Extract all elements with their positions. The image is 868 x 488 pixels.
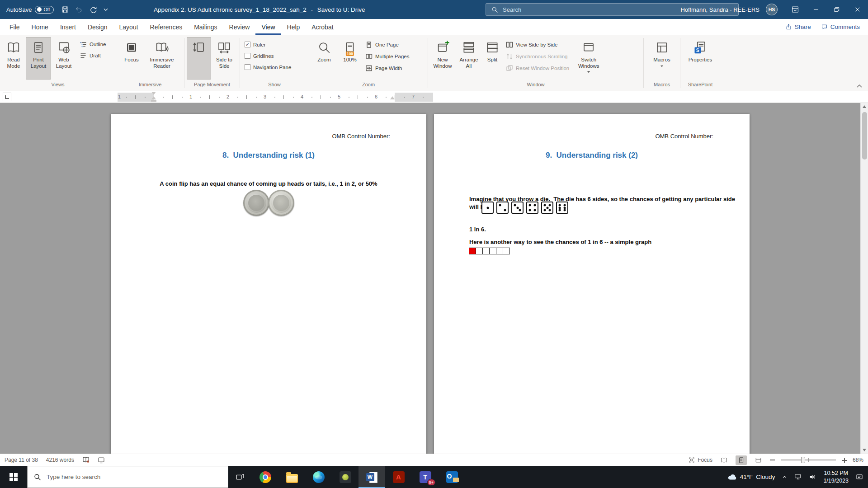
right-indent-marker[interactable] [390, 96, 395, 99]
tab-selector[interactable] [3, 93, 11, 101]
display-settings-icon[interactable] [98, 456, 105, 464]
ruler-number: 2 [226, 94, 229, 99]
one-page-button[interactable]: One Page [364, 40, 410, 49]
restore-button[interactable] [826, 0, 847, 19]
start-button[interactable] [0, 466, 27, 488]
focus-button[interactable]: Focus [120, 37, 143, 80]
status-read-mode-icon[interactable] [718, 455, 730, 465]
switch-windows-button[interactable]: Switch Windows [572, 37, 605, 80]
multiple-pages-button[interactable]: Multiple Pages [364, 52, 410, 61]
tab-review[interactable]: Review [223, 19, 256, 35]
redo-button[interactable] [89, 5, 97, 14]
zoom-slider-thumb[interactable] [801, 457, 805, 463]
page-width-button[interactable]: Page Width [364, 64, 410, 73]
arrange-all-button[interactable]: Arrange All [456, 37, 482, 80]
tab-acrobat[interactable]: Acrobat [306, 19, 339, 35]
tab-design[interactable]: Design [82, 19, 113, 35]
notification-center-icon[interactable] [855, 473, 863, 481]
zoom-percentage[interactable]: 68% [853, 457, 863, 463]
account-name[interactable]: Hoffmann, Sandra - REE-ERS [680, 6, 760, 13]
document-page-8[interactable]: OMB Control Number: 8. Understanding ris… [111, 114, 426, 454]
ruler-scale[interactable]: 11234567 [118, 93, 433, 102]
gridlines-checkbox[interactable]: Gridlines [243, 52, 292, 60]
tab-help[interactable]: Help [281, 19, 306, 35]
print-layout-button[interactable]: Print Layout [26, 37, 51, 80]
ribbon-display-options-icon[interactable] [785, 0, 806, 19]
show-group: Ruler Gridlines Navigation Pane Show [240, 35, 309, 91]
read-mode-button[interactable]: Read Mode [1, 37, 26, 80]
close-button[interactable] [847, 0, 868, 19]
vertical-scrollbar[interactable] [860, 103, 868, 454]
vertical-button[interactable] [187, 37, 211, 80]
ruler-checkbox[interactable]: Ruler [243, 41, 292, 48]
first-line-indent-marker[interactable] [151, 92, 156, 95]
macros-button[interactable]: Macros [649, 37, 675, 80]
zoom-button[interactable]: Zoom [311, 37, 338, 80]
status-web-layout-icon[interactable] [753, 455, 764, 465]
word-icon[interactable] [359, 466, 385, 488]
tab-mailings[interactable]: Mailings [188, 19, 223, 35]
immersive-reader-button[interactable]: Immersive Reader [143, 37, 180, 80]
chrome-icon[interactable] [252, 466, 278, 488]
tab-view[interactable]: View [255, 19, 281, 35]
outlook-icon[interactable] [439, 466, 465, 488]
teams-icon[interactable]: 9+ [412, 466, 439, 488]
scrollbar-thumb[interactable] [862, 112, 867, 160]
undo-button[interactable] [75, 5, 83, 14]
view-side-by-side-button[interactable]: View Side by Side [505, 40, 571, 49]
acrobat-icon[interactable] [385, 466, 412, 488]
web-layout-button[interactable]: Web Layout [51, 37, 76, 80]
volume-icon[interactable] [809, 473, 816, 481]
task-view-icon[interactable] [228, 466, 252, 488]
tray-expand-icon[interactable] [782, 474, 788, 480]
new-window-button[interactable]: New Window [429, 37, 456, 80]
page-width-icon [365, 65, 373, 72]
customize-quick-access-icon[interactable] [103, 7, 108, 12]
ruler-number: 3 [264, 94, 266, 99]
spellcheck-status-icon[interactable] [82, 456, 90, 464]
zoom-100-button[interactable]: 100 100% [338, 37, 362, 80]
outline-button[interactable]: Outline [78, 40, 107, 49]
side-to-side-button[interactable]: Side to Side [211, 37, 237, 80]
zoom-in-button[interactable] [842, 458, 847, 463]
properties-button[interactable]: S Properties [685, 37, 716, 80]
save-button[interactable] [61, 5, 69, 14]
taskbar-search-input[interactable] [47, 474, 222, 480]
draft-button[interactable]: Draft [78, 51, 107, 60]
tab-references[interactable]: References [144, 19, 189, 35]
macros-group: Macros Macros [644, 35, 680, 91]
scroll-up-icon[interactable] [861, 103, 868, 110]
clock[interactable]: 10:52 PM 1/19/2023 [823, 469, 849, 484]
save-status[interactable]: Saved to U: Drive [317, 6, 365, 13]
zoom-slider[interactable] [781, 460, 836, 460]
hanging-indent-marker[interactable] [151, 96, 156, 99]
avatar[interactable]: HS [766, 4, 778, 15]
document-page-9[interactable]: OMB Control Number: 9. Understanding ris… [434, 114, 750, 454]
autosave-switch-icon[interactable]: Off [35, 6, 54, 14]
die-face-5 [541, 202, 553, 214]
autosave-toggle[interactable]: AutoSave Off [6, 6, 54, 14]
tab-insert[interactable]: Insert [54, 19, 82, 35]
status-print-layout-icon[interactable] [736, 455, 747, 465]
weather-widget[interactable]: 41°F Cloudy [727, 472, 775, 482]
navigation-pane-checkbox[interactable]: Navigation Pane [243, 63, 292, 71]
minimize-button[interactable] [806, 0, 826, 19]
tab-home[interactable]: Home [26, 19, 54, 35]
left-indent-marker[interactable] [151, 100, 156, 102]
word-count[interactable]: 4216 words [46, 457, 74, 463]
tab-layout[interactable]: Layout [113, 19, 144, 35]
share-button[interactable]: Share [785, 23, 811, 30]
pinned-app-icon[interactable] [332, 466, 359, 488]
zoom-out-button[interactable] [770, 460, 775, 460]
network-icon[interactable] [794, 473, 802, 481]
taskbar-search-box[interactable] [27, 466, 228, 488]
comments-button[interactable]: Comments [821, 23, 860, 30]
file-explorer-icon[interactable] [278, 466, 305, 488]
collapse-ribbon-icon[interactable] [856, 84, 863, 88]
edge-icon[interactable] [305, 466, 332, 488]
scroll-down-icon[interactable] [863, 449, 866, 451]
tab-file[interactable]: File [4, 19, 26, 35]
split-button[interactable]: Split [482, 37, 503, 80]
page-indicator[interactable]: Page 11 of 38 [5, 457, 38, 463]
focus-mode-button[interactable]: Focus [689, 457, 712, 463]
